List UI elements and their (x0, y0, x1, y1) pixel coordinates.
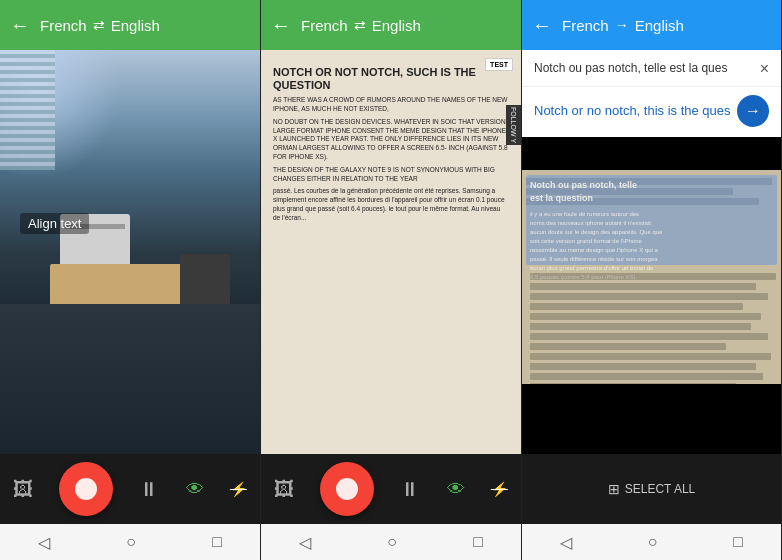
doc-heading: NOTCH OR NOT NOTCH, SUCH IS THE QUESTION (273, 66, 509, 92)
chair-back (180, 254, 230, 309)
panel-document: ← French ⇄ English TEST FOLLOW Y NOTCH O… (261, 0, 522, 560)
nav-square-p2[interactable]: □ (473, 533, 483, 551)
popup-go-button[interactable]: → (737, 95, 769, 127)
target-lang-p3: English (635, 17, 684, 34)
test-badge: TEST (485, 58, 513, 71)
back-icon-p1[interactable]: ← (10, 14, 30, 37)
nav-bar-p1: ◁ ○ □ (0, 524, 260, 560)
bottom-bar-p2: 🖼 ⏸ 👁 ⚡ (261, 454, 521, 524)
popup-arrow-icon: → (745, 102, 761, 120)
nav-bar-p2: ◁ ○ □ (261, 524, 521, 560)
document-view: TEST FOLLOW Y NOTCH OR NOT NOTCH, SUCH I… (261, 50, 521, 454)
eye-icon[interactable]: 👁 (186, 479, 204, 500)
select-all-label: SELECT ALL (625, 482, 696, 496)
nav-home-p1[interactable]: ○ (126, 533, 136, 551)
popup-source-text: Notch ou pas notch, telle est la ques (534, 61, 754, 77)
lang-arrow-p1: ⇄ (93, 17, 105, 33)
select-all-icon: ⊞ (608, 481, 620, 497)
nav-back-p1[interactable]: ◁ (38, 533, 50, 552)
room-scene (0, 50, 260, 454)
flash-off-icon-p2[interactable]: ⚡ (491, 481, 508, 497)
top-bar-panel3: ← French → English (522, 0, 781, 50)
nav-back-p2[interactable]: ◁ (299, 533, 311, 552)
floor (0, 304, 260, 454)
top-bar-panel1: ← French ⇄ English (0, 0, 260, 50)
source-lang-p1: French (40, 17, 87, 34)
lang-arrow-p2: ⇄ (354, 17, 366, 33)
doc-photo: Notch ou pas notch, telleest la question… (522, 170, 781, 384)
document-content: NOTCH OR NOT NOTCH, SUCH IS THE QUESTION… (261, 50, 521, 234)
nav-home-p2[interactable]: ○ (387, 533, 397, 551)
camera-button[interactable] (59, 462, 113, 516)
doc-para-1: NO DOUBT ON THE DESIGN DEVICES. WHATEVER… (273, 118, 509, 162)
popup-translated-row: Notch or no notch, this is the ques → (522, 87, 781, 137)
translated-view: Notch ou pas notch, telle est la ques × … (522, 50, 781, 454)
doc-para-2: THE DESIGN OF THE GALAXY NOTE 9 IS NOT S… (273, 166, 509, 184)
target-lang-p1: English (111, 17, 160, 34)
nav-home-p3[interactable]: ○ (648, 533, 658, 551)
camera-view: Align text (0, 50, 260, 454)
target-lang-p2: English (372, 17, 421, 34)
below-highlight-text (526, 270, 777, 384)
camera-btn-inner (75, 478, 97, 500)
camera-btn-inner-p2 (336, 478, 358, 500)
highlight-region: Notch ou pas notch, telleest la question… (526, 175, 777, 265)
popup-source-row: Notch ou pas notch, telle est la ques × (522, 50, 781, 87)
highlight-text-content: Notch ou pas notch, telleest la question (526, 175, 777, 208)
align-text-label: Align text (20, 213, 89, 234)
popup-translated-text: Notch or no notch, this is the ques (534, 103, 737, 120)
panel-translation: ← French → English Notch ou pas notch, t… (522, 0, 782, 560)
flash-off-icon[interactable]: ⚡ (230, 481, 247, 497)
nav-square-p3[interactable]: □ (733, 533, 743, 551)
popup-close-button[interactable]: × (754, 60, 769, 78)
panel-camera: ← French ⇄ English Align text 🖼 ⏸ (0, 0, 261, 560)
gallery-icon[interactable]: 🖼 (13, 478, 33, 501)
doc-para-0: AS THERE WAS A CROWD OF RUMORS AROUND TH… (273, 96, 509, 114)
back-icon-p3[interactable]: ← (532, 14, 552, 37)
back-icon-p2[interactable]: ← (271, 14, 291, 37)
eye-icon-p2[interactable]: 👁 (447, 479, 465, 500)
gallery-icon-p2[interactable]: 🖼 (274, 478, 294, 501)
doc-photo-inner: Notch ou pas notch, telleest la question… (522, 170, 781, 384)
source-lang-p3: French (562, 17, 609, 34)
select-all-button[interactable]: ⊞ SELECT ALL (608, 481, 696, 497)
follow-label: FOLLOW Y (506, 105, 521, 145)
nav-bar-p3: ◁ ○ □ (522, 524, 781, 560)
nav-back-p3[interactable]: ◁ (560, 533, 572, 552)
translation-popup: Notch ou pas notch, telle est la ques × … (522, 50, 781, 137)
lang-arrow-p3: → (615, 17, 629, 33)
window-blinds (0, 50, 55, 170)
source-lang-p2: French (301, 17, 348, 34)
pause-icon-p2[interactable]: ⏸ (400, 478, 420, 501)
nav-square-p1[interactable]: □ (212, 533, 222, 551)
pause-icon[interactable]: ⏸ (139, 478, 159, 501)
bottom-bar-p1: 🖼 ⏸ 👁 ⚡ (0, 454, 260, 524)
top-bar-panel2: ← French ⇄ English (261, 0, 521, 50)
doc-para-3: passé. Les courbes de la génération préc… (273, 187, 509, 222)
camera-button-p2[interactable] (320, 462, 374, 516)
bottom-bar-p3: ⊞ SELECT ALL (522, 454, 781, 524)
